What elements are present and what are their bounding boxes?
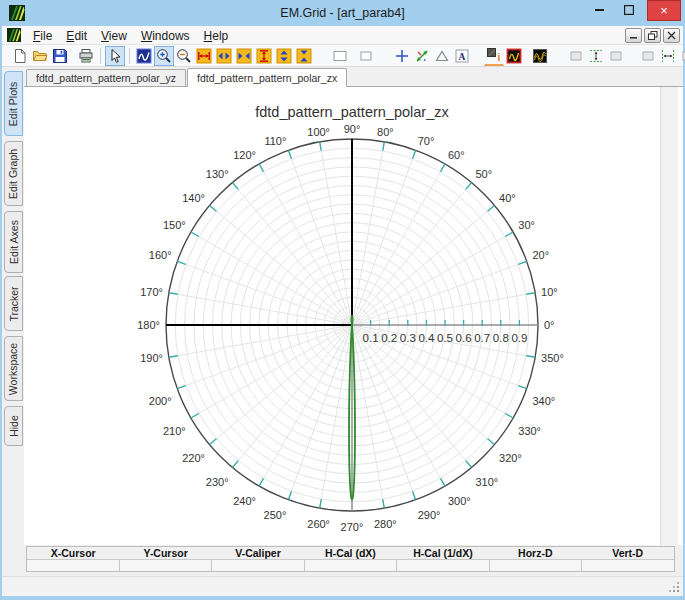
align-box-bottom-button[interactable]	[678, 46, 685, 66]
sidebar-tab-workspace[interactable]: Workspace	[4, 336, 23, 401]
new-box-button[interactable]	[330, 46, 350, 66]
expand-x-button[interactable]	[194, 46, 214, 66]
new-document-button[interactable]	[10, 46, 30, 66]
plot-window-multi-icon	[532, 48, 548, 64]
new-frame-button[interactable]	[356, 46, 376, 66]
menu-item-edit[interactable]: Edit	[59, 28, 94, 44]
svg-text:0.6: 0.6	[456, 332, 472, 344]
menu-item-help[interactable]: Help	[197, 28, 236, 44]
svg-text:20°: 20°	[532, 249, 549, 261]
menu-item-file[interactable]: File	[26, 28, 59, 44]
plot-window-multi-button[interactable]	[530, 46, 550, 66]
add-text-annotation-button[interactable]: A	[452, 46, 472, 66]
compress-x-button[interactable]	[234, 46, 254, 66]
open-file-button[interactable]	[30, 46, 50, 66]
axes-marker-icon	[414, 48, 430, 64]
polar-chart: 0.10.20.30.40.50.60.70.80.90°10°20°30°40…	[24, 87, 683, 547]
minimize-button[interactable]	[585, 0, 613, 20]
minimize-icon	[595, 9, 604, 11]
pan-x-button[interactable]	[214, 46, 234, 66]
caliper-value	[211, 559, 304, 571]
close-button[interactable]: ×	[647, 0, 681, 21]
toolbar: A i Layout ▾	[2, 45, 683, 67]
svg-text:160°: 160°	[149, 249, 172, 261]
zoom-in-button[interactable]	[154, 46, 174, 66]
add-image-annotation-button[interactable]: i	[484, 46, 504, 66]
align-box-left-icon	[568, 48, 584, 64]
print-button[interactable]	[76, 46, 96, 66]
menu-items: FileEditViewWindowsHelp	[26, 26, 235, 44]
compress-y-icon	[296, 48, 312, 64]
save-icon	[52, 48, 68, 64]
add-cursor-button[interactable]	[392, 46, 412, 66]
svg-text:80°: 80°	[377, 126, 394, 138]
svg-text:10°: 10°	[541, 286, 558, 298]
svg-text:70°: 70°	[418, 135, 435, 147]
align-box-left-button[interactable]	[566, 46, 586, 66]
svg-text:210°: 210°	[163, 425, 186, 437]
compress-y-button[interactable]	[294, 46, 314, 66]
svg-text:280°: 280°	[374, 518, 397, 530]
svg-text:170°: 170°	[140, 286, 163, 298]
status-bar	[2, 576, 683, 596]
svg-text:0°: 0°	[544, 319, 555, 331]
align-box-top-button[interactable]	[638, 46, 658, 66]
sidebar-tab-edit-axes[interactable]: Edit Axes	[4, 211, 23, 273]
mdi-close-button[interactable]	[663, 28, 680, 43]
svg-text:240°: 240°	[233, 495, 256, 507]
print-icon	[78, 48, 94, 64]
vertical-scrollbar[interactable]	[660, 87, 678, 545]
svg-text:0.1: 0.1	[363, 332, 379, 344]
zoom-out-button[interactable]	[174, 46, 194, 66]
close-icon: ×	[660, 3, 668, 18]
svg-text:110°: 110°	[264, 135, 286, 147]
resize-grip[interactable]	[677, 590, 679, 592]
space-vertical-button[interactable]	[586, 46, 606, 66]
doc-tab-fdtd_pattern_pattern_polar_zx[interactable]: fdtd_pattern_pattern_polar_zx	[187, 68, 347, 87]
sidebar-tab-edit-plots[interactable]: Edit Plots	[4, 71, 23, 136]
doc-tab-fdtd_pattern_pattern_polar_yz[interactable]: fdtd_pattern_pattern_polar_yz	[26, 69, 186, 86]
add-triangle-marker-button[interactable]	[432, 46, 452, 66]
align-box-right-button[interactable]	[606, 46, 626, 66]
mdi-minimize-button[interactable]	[625, 28, 642, 43]
svg-text:200°: 200°	[149, 395, 172, 407]
sidebar-tab-label: Tracker	[8, 286, 20, 321]
fit-view-button[interactable]	[134, 46, 154, 66]
pointer-tool-button[interactable]	[105, 46, 125, 66]
maximize-icon	[624, 5, 634, 15]
sidebar-tab-edit-graph[interactable]: Edit Graph	[4, 141, 23, 206]
caliper-headers: X-CursorY-CursorV-CaliperH-Cal (dX)H-Cal…	[27, 547, 674, 559]
svg-text:150°: 150°	[163, 219, 186, 231]
svg-text:290°: 290°	[418, 509, 441, 521]
svg-text:0.9: 0.9	[511, 332, 527, 344]
document-logo-icon[interactable]	[7, 28, 21, 42]
svg-text:220°: 220°	[182, 452, 205, 464]
sidebar-tab-label: Edit Axes	[8, 220, 20, 264]
svg-text:50°: 50°	[475, 168, 492, 180]
fit-view-icon	[136, 48, 152, 64]
expand-y-button[interactable]	[254, 46, 274, 66]
plot-canvas[interactable]: 0.10.20.30.40.50.60.70.80.90°10°20°30°40…	[24, 87, 683, 545]
svg-text:300°: 300°	[448, 495, 471, 507]
plot-window-button[interactable]	[504, 46, 524, 66]
svg-text:130°: 130°	[206, 168, 229, 180]
sidebar-tab-tracker[interactable]: Tracker	[4, 276, 23, 331]
mdi-restore-button[interactable]	[644, 28, 661, 43]
image-annotation-icon: i	[486, 47, 502, 63]
add-axes-marker-button[interactable]	[412, 46, 432, 66]
triangle-marker-icon	[434, 48, 450, 64]
sidebar-tab-hide[interactable]: Hide	[4, 406, 23, 446]
caliper-bar: X-CursorY-CursorV-CaliperH-Cal (dX)H-Cal…	[26, 546, 675, 572]
svg-text:0.3: 0.3	[400, 332, 416, 344]
svg-text:30°: 30°	[518, 219, 535, 231]
space-horizontal-button[interactable]	[658, 46, 678, 66]
menu-bar: FileEditViewWindowsHelp	[2, 26, 683, 45]
menu-item-view[interactable]: View	[94, 28, 134, 44]
menu-item-windows[interactable]: Windows	[134, 28, 197, 44]
save-button[interactable]	[50, 46, 70, 66]
mdi-close-icon	[667, 31, 676, 40]
svg-text:40°: 40°	[499, 192, 516, 204]
pan-y-button[interactable]	[274, 46, 294, 66]
align-box-top-icon	[640, 48, 656, 64]
maximize-button[interactable]	[615, 0, 643, 20]
